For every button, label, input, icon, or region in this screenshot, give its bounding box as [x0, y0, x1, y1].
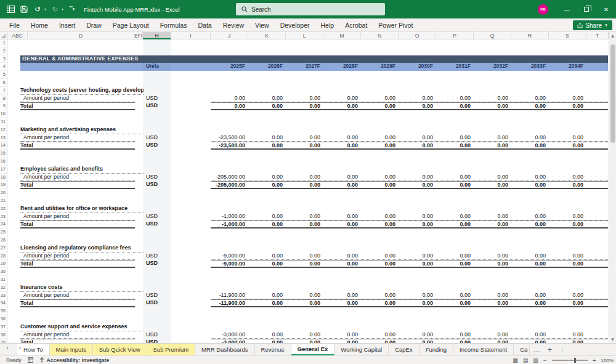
column-header-K[interactable]: K	[248, 32, 286, 39]
row-number-4[interactable]: 4	[0, 63, 7, 71]
value-cell[interactable]: 0.00	[399, 174, 436, 181]
value-cell[interactable]: 0.00	[248, 253, 286, 260]
year-header-row[interactable]: Units2025F2026F2027F2028F2029F2030F2031F…	[20, 63, 608, 71]
ribbon-tab-formulas[interactable]: Formulas	[155, 18, 193, 32]
row-number-gutter[interactable]: 1234567891011121314151617181920212223242…	[0, 39, 7, 343]
zoom-slider[interactable]	[552, 360, 588, 361]
value-cell[interactable]: 0.00	[474, 253, 511, 260]
page-layout-view-icon[interactable]: ▤	[523, 357, 529, 363]
row-number-7[interactable]: 7	[0, 87, 7, 95]
value-cell[interactable]: 0.00	[323, 142, 361, 148]
value-cell[interactable]: 0.00	[511, 213, 549, 220]
excel-app-icon[interactable]	[5, 4, 16, 15]
row-number-22[interactable]: 22	[0, 205, 7, 213]
value-cell[interactable]: 0.00	[474, 103, 511, 109]
column-header-L[interactable]: L	[286, 32, 323, 39]
amount-label-6[interactable]: Amount per period	[20, 331, 135, 339]
value-cell[interactable]: 0.00	[399, 182, 436, 188]
value-cell[interactable]: 0.00	[399, 95, 436, 102]
total-unit-2[interactable]: USD	[146, 181, 171, 189]
row-number-30[interactable]: 30	[0, 268, 7, 276]
row-number-16[interactable]: 16	[0, 158, 7, 166]
value-cell[interactable]: 0.00	[286, 134, 323, 142]
values-total-5[interactable]: -11,900.000.000.000.000.000.000.000.000.…	[211, 299, 608, 307]
sheet-tab-ca[interactable]: Ca	[514, 344, 530, 355]
value-cell[interactable]: 0.00	[399, 331, 436, 339]
values-amount-2[interactable]: -205,000.000.000.000.000.000.000.000.000…	[211, 174, 608, 182]
total-label-1[interactable]: Total	[20, 142, 135, 150]
section-title-0[interactable]: Technology costs (server hosting, app de…	[20, 87, 144, 95]
sheet-tab-funding[interactable]: Funding	[419, 344, 453, 355]
close-button[interactable]: ✕	[596, 0, 616, 18]
value-cell[interactable]: -9,000.00	[211, 261, 248, 267]
value-cell[interactable]: -23,500.00	[211, 134, 248, 142]
value-cell[interactable]: 0.00	[323, 95, 361, 102]
values-amount-0[interactable]: 0.000.000.000.000.000.000.000.000.000.00	[211, 95, 608, 103]
section-title-1[interactable]: Marketing and advertising expenses	[20, 126, 144, 134]
value-cell[interactable]: 0.00	[436, 134, 474, 142]
total-unit-6[interactable]: USD	[146, 339, 171, 343]
value-cell[interactable]: 0.00	[361, 261, 399, 267]
value-cell[interactable]: -11,900.00	[211, 292, 248, 299]
row-number-8[interactable]: 8	[0, 95, 7, 103]
page-break-view-icon[interactable]: ▨	[533, 357, 538, 363]
column-header-Q[interactable]: Q	[474, 32, 511, 39]
total-label-6[interactable]: Total	[20, 339, 135, 343]
row-number-36[interactable]: 36	[0, 315, 7, 323]
tab-menu-icon[interactable]: ⋮	[559, 346, 565, 353]
value-cell[interactable]: 0.00	[323, 174, 361, 181]
value-cell[interactable]: 0.00	[511, 261, 549, 267]
sheet-tab-general-ex[interactable]: General Ex	[291, 344, 335, 355]
column-header-J[interactable]: J	[211, 32, 248, 39]
value-cell[interactable]: 0.00	[474, 300, 511, 306]
sheet-tab-capex[interactable]: CapEx	[389, 344, 419, 355]
column-header-H[interactable]: H	[143, 32, 171, 39]
values-amount-5[interactable]: -11,900.000.000.000.000.000.000.000.000.…	[211, 292, 608, 300]
amount-unit-4[interactable]: USD	[146, 253, 171, 261]
value-cell[interactable]: 0.00	[286, 300, 323, 306]
row-number-39[interactable]: 39	[0, 339, 7, 343]
macro-record-icon[interactable]	[28, 357, 33, 363]
value-cell[interactable]: 0.00	[361, 292, 399, 299]
value-cell[interactable]: 0.00	[436, 221, 474, 227]
amount-unit-6[interactable]: USD	[146, 331, 171, 339]
value-cell[interactable]: 0.00	[286, 261, 323, 267]
row-number-13[interactable]: 13	[0, 134, 7, 142]
total-label-2[interactable]: Total	[20, 181, 135, 189]
value-cell[interactable]: 0.00	[361, 331, 399, 339]
amount-unit-0[interactable]: USD	[146, 95, 171, 103]
value-cell[interactable]: 0.00	[549, 103, 586, 109]
value-cell[interactable]: 0.00	[399, 261, 436, 267]
ribbon-tab-file[interactable]: File	[4, 18, 25, 32]
value-cell[interactable]: 0.00	[361, 142, 399, 148]
section-title-5[interactable]: Insurance costs	[20, 284, 144, 292]
row-number-12[interactable]: 12	[0, 126, 7, 134]
value-cell[interactable]: 0.00	[361, 103, 399, 109]
ribbon-tab-acrobat[interactable]: Acrobat	[339, 18, 373, 32]
value-cell[interactable]: 0.00	[436, 253, 474, 260]
zoom-in-icon[interactable]: +	[593, 357, 596, 364]
value-cell[interactable]: 0.00	[399, 253, 436, 260]
column-header-M[interactable]: M	[323, 32, 361, 39]
value-cell[interactable]: 0.00	[511, 174, 549, 181]
value-cell[interactable]: 0.00	[361, 174, 399, 181]
row-number-29[interactable]: 29	[0, 260, 7, 268]
row-number-28[interactable]: 28	[0, 253, 7, 261]
value-cell[interactable]: 0.00	[399, 134, 436, 142]
values-amount-1[interactable]: -23,500.000.000.000.000.000.000.000.000.…	[211, 134, 608, 142]
value-cell[interactable]: 0.00	[549, 213, 586, 220]
amount-unit-1[interactable]: USD	[146, 134, 171, 142]
value-cell[interactable]: 0.00	[286, 331, 323, 339]
select-all-corner[interactable]	[0, 32, 7, 39]
value-cell[interactable]: -205,000.00	[211, 174, 248, 181]
row-number-10[interactable]: 10	[0, 110, 7, 118]
row-number-38[interactable]: 38	[0, 331, 7, 339]
amount-label-0[interactable]: Amount per period	[20, 95, 135, 103]
total-label-4[interactable]: Total	[20, 260, 135, 268]
value-cell[interactable]: 0.00	[549, 253, 586, 260]
value-cell[interactable]: 0.00	[248, 331, 286, 339]
value-cell[interactable]: -9,000.00	[211, 253, 248, 260]
total-label-0[interactable]: Total	[20, 102, 135, 110]
value-cell[interactable]: 0.00	[399, 103, 436, 109]
value-cell[interactable]: 0.00	[361, 253, 399, 260]
